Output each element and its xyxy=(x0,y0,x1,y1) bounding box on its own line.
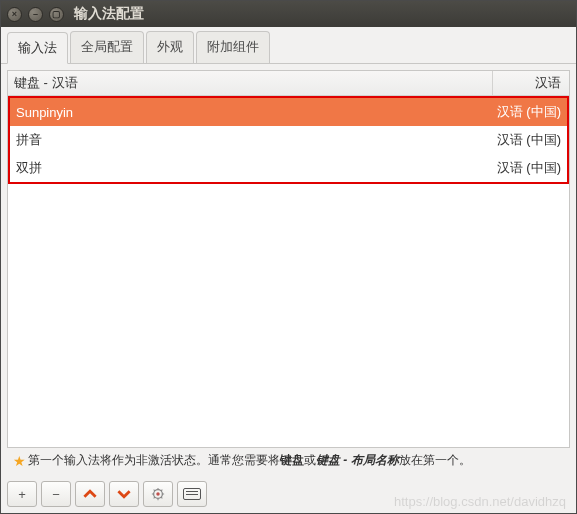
im-lang: 汉语 (中国) xyxy=(491,131,567,149)
gear-icon xyxy=(151,487,165,501)
window: × – ▢ 输入法配置 输入法 全局配置 外观 附加组件 键盘 - 汉语 汉语 … xyxy=(0,0,577,514)
highlight-frame: Sunpinyin 汉语 (中国) 拼音 汉语 (中国) 双拼 汉语 (中国) xyxy=(8,96,569,184)
watermark: https://blog.csdn.net/davidhzq xyxy=(394,494,566,509)
maximize-icon[interactable]: ▢ xyxy=(49,7,64,22)
minimize-icon[interactable]: – xyxy=(28,7,43,22)
list-item[interactable]: Sunpinyin 汉语 (中国) xyxy=(10,98,567,126)
im-name: Sunpinyin xyxy=(10,105,491,120)
chevron-up-icon xyxy=(83,487,97,501)
svg-point-1 xyxy=(156,492,160,496)
im-lang: 汉语 (中国) xyxy=(491,103,567,121)
tabbar: 输入法 全局配置 外观 附加组件 xyxy=(1,27,576,64)
list-header: 键盘 - 汉语 汉语 xyxy=(8,71,569,96)
tab-appearance[interactable]: 外观 xyxy=(146,31,194,63)
im-name: 拼音 xyxy=(10,131,491,149)
content: 键盘 - 汉语 汉语 Sunpinyin 汉语 (中国) 拼音 汉语 (中国) … xyxy=(7,70,570,469)
close-icon[interactable]: × xyxy=(7,7,22,22)
keyboard-icon xyxy=(183,488,201,500)
im-lang: 汉语 (中国) xyxy=(491,159,567,177)
header-name[interactable]: 键盘 - 汉语 xyxy=(8,71,493,95)
move-down-button[interactable] xyxy=(109,481,139,507)
add-button[interactable]: + xyxy=(7,481,37,507)
header-language[interactable]: 汉语 xyxy=(493,71,569,95)
remove-button[interactable]: − xyxy=(41,481,71,507)
input-method-list[interactable]: 键盘 - 汉语 汉语 Sunpinyin 汉语 (中国) 拼音 汉语 (中国) … xyxy=(7,70,570,448)
move-up-button[interactable] xyxy=(75,481,105,507)
hint-text: 第一个输入法将作为非激活状态。通常您需要将键盘或键盘 - 布局名称放在第一个。 xyxy=(28,452,471,469)
tab-global-config[interactable]: 全局配置 xyxy=(70,31,144,63)
listbox-empty-area[interactable] xyxy=(8,184,569,447)
list-item[interactable]: 双拼 汉语 (中国) xyxy=(10,154,567,182)
tab-input-methods[interactable]: 输入法 xyxy=(7,32,68,64)
toolbar: + − https://blog.csdn.net/davidhzq xyxy=(1,475,576,513)
titlebar: × – ▢ 输入法配置 xyxy=(1,1,576,27)
tab-addons[interactable]: 附加组件 xyxy=(196,31,270,63)
chevron-down-icon xyxy=(117,487,131,501)
hint: ★ 第一个输入法将作为非激活状态。通常您需要将键盘或键盘 - 布局名称放在第一个… xyxy=(13,452,564,469)
configure-button[interactable] xyxy=(143,481,173,507)
im-name: 双拼 xyxy=(10,159,491,177)
window-title: 输入法配置 xyxy=(74,5,144,23)
window-controls: × – ▢ xyxy=(7,7,64,22)
list-item[interactable]: 拼音 汉语 (中国) xyxy=(10,126,567,154)
keyboard-button[interactable] xyxy=(177,481,207,507)
star-icon: ★ xyxy=(13,453,26,469)
